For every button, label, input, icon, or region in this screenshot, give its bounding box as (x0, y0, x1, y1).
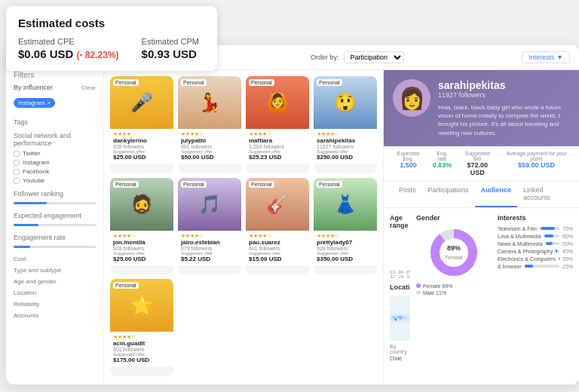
card-info-4: ★★★★☆ jon.montila 928 followers Suggeste… (110, 231, 173, 265)
card-stars-7: ★★★★☆ (317, 233, 374, 239)
clear-button[interactable]: Clear (81, 84, 96, 91)
female-legend-item: Female 89% (416, 283, 492, 289)
tab-linked-accounts[interactable]: Linked accounts (517, 182, 570, 207)
card-followers-1: 601 followers (181, 144, 238, 149)
male-legend-item: Male 11% (416, 290, 492, 296)
cpe-value: $0.06 USD (- 82.23%) (18, 47, 119, 60)
tab-posts[interactable]: Posts (393, 182, 422, 207)
card-name-6: pau.suarez (249, 239, 306, 246)
detail-metrics-row: Expected Eng. 1,500 Eng. rate 0.63% Sugg… (384, 146, 579, 182)
female-dot (416, 283, 421, 288)
svg-point-2 (397, 315, 403, 318)
male-dot (416, 290, 421, 295)
tab-audience[interactable]: Audience (475, 182, 518, 207)
gender-section: Gender 89% Female (416, 214, 492, 376)
card-name-7: prettylady07 (317, 239, 374, 246)
card-price-5: $5.22 USD (181, 256, 238, 262)
influencer-card[interactable]: 🎸 Personal ★★★★☆ pau.suarez 601 follower… (246, 178, 309, 275)
eng-rate-value: 0.63% (433, 161, 452, 169)
cpm-value: $0.93 USD (142, 47, 199, 60)
interest-pct-0: 75% (562, 226, 573, 231)
card-stars-4: ★★★★☆ (113, 233, 170, 239)
twitter-checkbox[interactable] (14, 151, 20, 157)
age-range-title: Age range (390, 214, 410, 229)
interest-fill-0 (541, 227, 555, 230)
influencer-card[interactable]: 👗 Personal ★★★★☆ prettylady07 928 follow… (314, 178, 377, 275)
card-followers-5: 879 followers (181, 246, 238, 251)
gender-title: Gender (416, 214, 492, 222)
card-followers-3: 11927 followers (317, 144, 374, 149)
interests-title: Interests (498, 214, 573, 222)
reliability-label: Reliability (14, 301, 96, 308)
card-followers-4: 928 followers (113, 246, 170, 251)
interest-pct-2: 50% (562, 241, 573, 247)
card-label-7: Personal (317, 181, 342, 188)
suggested-bid-label: Suggested bid (461, 151, 494, 161)
interest-item-0: Television & Film 75% (498, 226, 573, 231)
follower-slider[interactable] (14, 202, 96, 204)
influencer-card[interactable]: 💃 Personal ★★★★☆ julypathi 601 followers… (178, 76, 241, 173)
tags-section-title: Tags (14, 118, 96, 126)
influencer-card[interactable]: 🎤 Personal ★★★★☆ dankylerino 928 followe… (110, 76, 173, 173)
donut-chart: 89% Female (427, 226, 480, 279)
card-stars-6: ★★★★☆ (249, 233, 306, 239)
avg-payment-label: Average payment for your posts (503, 151, 570, 161)
card-label-3: Personal (317, 79, 342, 86)
eng-rate-label: Eng. rate (433, 151, 452, 161)
card-name-8: acm.guadit (113, 340, 170, 347)
suggested-bid-value: $72.00 USD (461, 161, 494, 176)
interests-section: Interests Television & Film 75% Love & M… (498, 214, 573, 376)
card-info-6: ★★★★☆ pau.suarez 601 followers Suggested… (246, 231, 309, 265)
svg-point-8 (400, 319, 401, 320)
influencer-card[interactable]: 🧔 Personal ★★★★☆ jon.montila 928 followe… (110, 178, 173, 275)
expected-eng-metric: Expected Eng. 1,500 (393, 151, 424, 176)
age-bar-group-13-17: 13-17 (390, 231, 397, 279)
engagement-slider[interactable] (14, 224, 96, 226)
interest-item-3: Camera & Photography 45% (498, 249, 573, 254)
interest-pct-3: 45% (562, 249, 573, 254)
location-title: Location (390, 283, 410, 291)
engagement-rate-title: Engagement rate (14, 234, 96, 241)
by-country-title: By country (390, 344, 407, 354)
instagram-checkbox[interactable] (14, 160, 20, 166)
interest-item-1: Love & Multimedia 60% (498, 234, 573, 239)
interest-name-3: Camera & Photography (498, 249, 553, 254)
interests-button[interactable]: Interests ▼ (522, 51, 570, 63)
card-label-6: Personal (249, 181, 274, 188)
rate-slider[interactable] (14, 246, 96, 248)
influencer-card[interactable]: 🌟 Personal ★★★★☆ acm.guadit 601 follower… (110, 279, 173, 376)
card-info-1: ★★★★☆ julypathi 601 followers Suggested … (178, 129, 241, 164)
remove-filter-icon[interactable]: × (47, 100, 51, 106)
expected-engagement-title: Expected engagement (14, 212, 96, 219)
influencer-card[interactable]: 🙆 Personal ★★★★☆ maftiara 1,204 follower… (246, 76, 309, 173)
main-container: Advanced search ‹ Filters By influencer … (0, 0, 579, 392)
influencer-card[interactable]: 🎵 Personal ★★★★☆ jairo.estebian 879 foll… (178, 178, 241, 275)
order-by-select[interactable]: Participation (344, 51, 404, 63)
facebook-checkbox[interactable] (14, 169, 20, 175)
card-name-2: maftiara (249, 137, 306, 144)
cpe-metric: Estimated CPE $0.06 USD (- 82.23%) (18, 37, 119, 60)
interest-name-0: Television & Film (498, 226, 538, 231)
gender-legend: Female 89% Male 11% (416, 283, 492, 296)
card-followers-7: 928 followers (317, 246, 374, 251)
influencer-card[interactable]: 😲 Personal ★★★★☆ sarahipekitas 11927 fol… (314, 76, 377, 173)
card-name-0: dankylerino (113, 137, 170, 144)
twitter-checkbox-row: Twitter (14, 150, 96, 157)
age-bar-group-18-24: 18-24 (398, 231, 405, 279)
youtube-checkbox-row: Youtube (14, 177, 96, 184)
audience-section: Age range 13-17 18-24 25-34 35-44 (390, 214, 410, 376)
interest-list: Television & Film 75% Love & Multimedia … (498, 226, 573, 269)
order-by-label: Order by: (311, 54, 339, 61)
card-label-8: Personal (113, 282, 139, 289)
svg-text:89%: 89% (447, 244, 461, 252)
tab-participations[interactable]: Participations (422, 182, 475, 207)
interest-item-4: Electronics & Computers 35% (498, 256, 573, 262)
card-price-4: $25.00 USD (113, 256, 170, 262)
instagram-filter-tag[interactable]: Instagram × (14, 98, 55, 108)
cpm-metric: Estimated CPM $0.93 USD (142, 37, 199, 60)
youtube-checkbox[interactable] (14, 178, 20, 184)
search-panel: Advanced search ‹ Filters By influencer … (6, 45, 579, 384)
card-stars-0: ★★★★☆ (113, 131, 170, 137)
age-label-2: 25-34 (406, 270, 410, 279)
svg-text:Female: Female (445, 255, 462, 260)
